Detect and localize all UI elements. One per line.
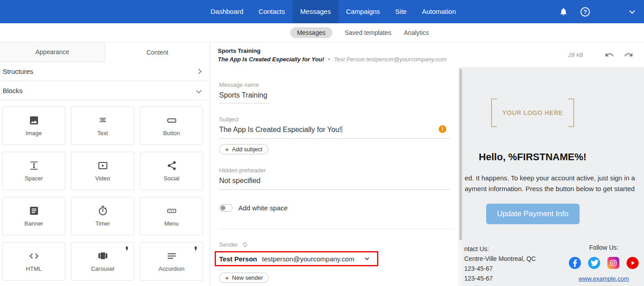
block-image[interactable]: Image <box>2 107 65 145</box>
block-carousel[interactable]: Carousel <box>71 242 134 281</box>
block-timer[interactable]: Timer <box>71 197 134 235</box>
add-white-space-toggle[interactable] <box>219 204 233 212</box>
messages-subnav: Messages Saved templates Analytics <box>0 23 644 43</box>
block-button[interactable]: Button <box>140 107 203 145</box>
sender-chevron-down-icon <box>365 256 369 260</box>
refresh-icon[interactable] <box>242 242 248 248</box>
nav-item-automation[interactable]: Automation <box>414 0 463 23</box>
chevron-down-icon <box>196 88 202 94</box>
message-name-input[interactable]: Sports Training <box>219 88 269 103</box>
block-label: Social <box>164 175 179 182</box>
main-nav: Dashboard Contacts Messages Campaigns Si… <box>203 0 464 23</box>
add-subject-button[interactable]: + Add subject <box>219 144 268 154</box>
block-label: Spacer <box>25 175 43 182</box>
banner-icon <box>29 205 39 216</box>
nav-item-dashboard[interactable]: Dashboard <box>203 0 251 23</box>
menu-icon <box>166 205 177 216</box>
block-menu[interactable]: Menu <box>140 197 203 235</box>
blocks-label: Blocks <box>3 87 22 94</box>
subject-label: Subject <box>219 116 458 123</box>
sender-name: Test Person <box>219 255 257 263</box>
section-structures[interactable]: Structures <box>0 62 210 81</box>
subnav-saved-templates[interactable]: Saved templates <box>345 29 391 36</box>
text-icon <box>97 115 108 126</box>
subject-input[interactable]: The App Is Created Especially for You! ! <box>219 123 450 139</box>
message-size: 28 kB <box>568 51 583 58</box>
subnav-analytics[interactable]: Analytics <box>404 29 429 36</box>
block-banner[interactable]: Banner <box>2 197 65 235</box>
image-icon <box>29 115 39 126</box>
block-video[interactable]: Video <box>71 152 134 190</box>
help-icon[interactable]: ? <box>580 7 590 17</box>
plus-icon: + <box>225 146 229 153</box>
button-icon <box>166 115 177 126</box>
preheader-input[interactable]: Not specified <box>219 174 450 190</box>
contact-line: ntact Us: <box>464 244 536 254</box>
nav-item-site[interactable]: Site <box>388 0 415 23</box>
instagram-icon[interactable] <box>607 257 619 269</box>
bullet-separator: • <box>328 56 330 63</box>
sender-select[interactable]: Test Person testperson@yourcompany.com <box>215 251 378 266</box>
logo-text: YOUR LOGO HERE <box>502 109 563 116</box>
block-label: Banner <box>25 220 43 227</box>
nav-item-contacts[interactable]: Contacts <box>251 0 292 23</box>
logo-placeholder: YOUR LOGO HERE <box>490 98 575 128</box>
preheader-label: Hidden preheader <box>219 167 458 174</box>
message-name-label: Message name <box>219 81 458 88</box>
section-blocks[interactable]: Blocks <box>0 81 210 100</box>
top-navigation: Dashboard Contacts Messages Campaigns Si… <box>0 0 644 23</box>
block-label: Timer <box>95 220 110 227</box>
tab-content[interactable]: Content <box>105 43 210 62</box>
block-label: Carousel <box>91 265 114 272</box>
video-icon <box>97 160 108 171</box>
subject-value: The App Is Created Especially for You! <box>219 126 341 133</box>
timer-icon <box>97 205 108 216</box>
undo-icon[interactable] <box>605 50 614 60</box>
add-subject-label: Add subject <box>232 146 263 153</box>
block-social[interactable]: Social <box>140 152 203 190</box>
message-sender-preview: Test Person testperson@yourcompany.com <box>334 56 447 63</box>
youtube-icon[interactable] <box>627 257 639 269</box>
tab-appearance[interactable]: Appearance <box>0 43 105 62</box>
notifications-bell-icon[interactable] <box>559 7 568 16</box>
toggle-knob <box>220 205 225 210</box>
contact-info: ntact Us: Centre-Ville Montreal, QC 123-… <box>464 244 536 283</box>
blocks-grid: Image Text Button Spacer Video Social Ba… <box>0 100 210 285</box>
sidebar-tabs: Appearance Content <box>0 43 210 62</box>
subject-warning-icon[interactable]: ! <box>439 125 446 133</box>
redo-icon[interactable] <box>624 50 633 60</box>
spacer-icon <box>29 160 39 171</box>
update-payment-button[interactable]: Update Payment Info <box>486 204 580 224</box>
email-body-text: ed. It happens. To keep your account act… <box>465 173 603 194</box>
block-spacer[interactable]: Spacer <box>2 152 65 190</box>
new-sender-button[interactable]: + New sender <box>219 273 269 283</box>
block-label: Button <box>163 130 180 137</box>
logo-bracket-right <box>568 98 574 127</box>
add-white-space-label: Add white space <box>238 204 288 212</box>
twitter-icon[interactable] <box>588 257 600 269</box>
facebook-icon[interactable] <box>569 257 581 269</box>
email-preview: YOUR LOGO HERE Hello, %FIRSTNAME%! ed. I… <box>462 67 644 286</box>
block-label: HTML <box>26 265 42 272</box>
block-html[interactable]: HTML <box>2 242 65 281</box>
block-label: Image <box>25 130 42 137</box>
contact-line: Centre-Ville Montreal, QC <box>464 254 536 264</box>
form-scrollbar[interactable] <box>458 67 462 286</box>
website-link[interactable]: www.example.com <box>579 275 629 282</box>
account-chevron-down-icon[interactable] <box>629 8 635 14</box>
sender-label: Sender <box>219 241 238 248</box>
form-divider <box>219 229 454 229</box>
block-label: Menu <box>164 220 179 227</box>
follow-us-block: Follow Us: www.example.com <box>569 244 639 283</box>
new-sender-label: New sender <box>232 274 263 281</box>
email-heading: Hello, %FIRSTNAME%! <box>462 151 603 163</box>
nav-item-messages[interactable]: Messages <box>292 0 338 23</box>
follow-us-label: Follow Us: <box>569 244 639 251</box>
block-accordion[interactable]: Accordion <box>140 242 203 281</box>
chevron-right-icon <box>196 68 202 74</box>
subnav-messages[interactable]: Messages <box>290 27 332 38</box>
logo-bracket-left <box>491 98 497 127</box>
nav-item-campaigns[interactable]: Campaigns <box>339 0 388 23</box>
block-text[interactable]: Text <box>71 107 134 145</box>
sender-email: testperson@yourcompany.com <box>262 255 355 263</box>
